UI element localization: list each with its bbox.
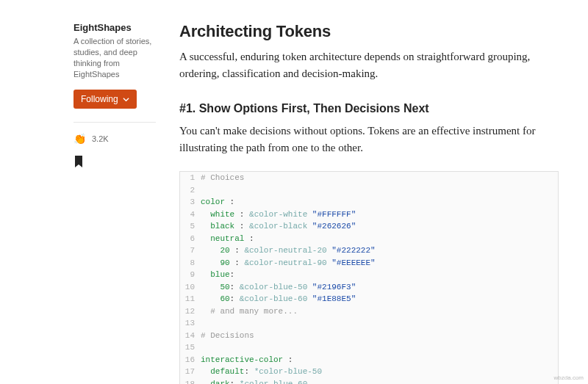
bookmark-button[interactable] xyxy=(74,155,156,171)
line-number: 18 xyxy=(180,378,201,385)
line-number: 12 xyxy=(180,305,201,318)
code-line: 18 dark: *color-blue-60 xyxy=(180,378,558,385)
code-line: 9 blue: xyxy=(180,269,558,281)
code-line: 13 xyxy=(180,317,558,330)
code-line: 12 # and many more... xyxy=(180,305,558,318)
line-number: 5 xyxy=(180,220,201,233)
publication-description: A collection of stories, studies, and de… xyxy=(74,36,156,79)
section-heading: #1. Show Options First, Then Decisions N… xyxy=(179,102,559,115)
line-number: 16 xyxy=(180,354,201,366)
line-number: 17 xyxy=(180,366,201,378)
code-block: 1# Choices23color :4 white : &color-whit… xyxy=(179,171,559,384)
section-body: You can't make decisions without options… xyxy=(179,123,559,157)
watermark: wbzda.com xyxy=(554,374,584,381)
code-content: black : &color-black "#262626" xyxy=(201,220,356,233)
clap-icon: 👏 xyxy=(74,133,86,145)
article-main: Architecting Tokens A successful, enduri… xyxy=(179,22,559,384)
code-content: color : xyxy=(201,196,234,209)
bookmark-icon xyxy=(74,155,84,168)
code-line: 15 xyxy=(180,341,558,354)
line-number: 10 xyxy=(180,281,201,294)
line-number: 3 xyxy=(180,196,201,209)
article-title: Architecting Tokens xyxy=(179,22,559,41)
code-line: 4 white : &color-white "#FFFFFF" xyxy=(180,209,558,221)
code-line: 16interactive-color : xyxy=(180,354,558,366)
line-number: 6 xyxy=(180,233,201,245)
line-number: 15 xyxy=(180,341,201,354)
code-line: 7 20 : &color-neutral-20 "#222222" xyxy=(180,244,558,257)
line-number: 8 xyxy=(180,257,201,269)
code-content: # Choices xyxy=(201,172,244,184)
code-content: interactive-color : xyxy=(201,354,293,366)
code-line: 14# Decisions xyxy=(180,330,558,342)
code-content: default: *color-blue-50 xyxy=(201,366,322,378)
line-number: 11 xyxy=(180,293,201,305)
code-line: 2 xyxy=(180,184,558,197)
follow-label: Following xyxy=(81,94,118,104)
code-content: 90 : &color-neutral-90 "#EEEEEE" xyxy=(201,257,376,269)
code-content: dark: *color-blue-60 xyxy=(201,378,307,385)
chevron-down-icon xyxy=(123,96,129,103)
code-line: 8 90 : &color-neutral-90 "#EEEEEE" xyxy=(180,257,558,269)
article-lede: A successful, enduring token architectur… xyxy=(179,48,559,83)
line-number: 13 xyxy=(180,317,201,330)
code-line: 6 neutral : xyxy=(180,233,558,245)
follow-button[interactable]: Following xyxy=(74,90,137,109)
code-line: 3color : xyxy=(180,196,558,209)
line-number: 1 xyxy=(180,172,201,184)
code-content: # Decisions xyxy=(201,330,254,342)
code-content: white : &color-white "#FFFFFF" xyxy=(201,209,356,221)
code-line: 17 default: *color-blue-50 xyxy=(180,366,558,378)
code-content: neutral : xyxy=(201,233,254,245)
line-number: 9 xyxy=(180,269,201,281)
code-line: 5 black : &color-black "#262626" xyxy=(180,220,558,233)
code-line: 10 50: &color-blue-50 "#2196F3" xyxy=(180,281,558,294)
code-line: 1# Choices xyxy=(180,172,558,184)
code-content: # and many more... xyxy=(201,305,298,318)
clap-count: 3.2K xyxy=(92,134,109,143)
line-number: 4 xyxy=(180,209,201,221)
line-number: 14 xyxy=(180,330,201,342)
line-number: 7 xyxy=(180,244,201,257)
divider xyxy=(74,122,156,123)
code-line: 11 60: &color-blue-60 "#1E88E5" xyxy=(180,293,558,305)
code-content: blue: xyxy=(201,269,234,281)
code-content: 60: &color-blue-60 "#1E88E5" xyxy=(201,293,356,305)
code-content: 20 : &color-neutral-20 "#222222" xyxy=(201,244,376,257)
line-number: 2 xyxy=(180,184,201,197)
code-content: 50: &color-blue-50 "#2196F3" xyxy=(201,281,356,294)
sidebar: EightShapes A collection of stories, stu… xyxy=(74,22,156,384)
publication-name[interactable]: EightShapes xyxy=(74,22,156,33)
clap-row[interactable]: 👏 3.2K xyxy=(74,133,156,145)
